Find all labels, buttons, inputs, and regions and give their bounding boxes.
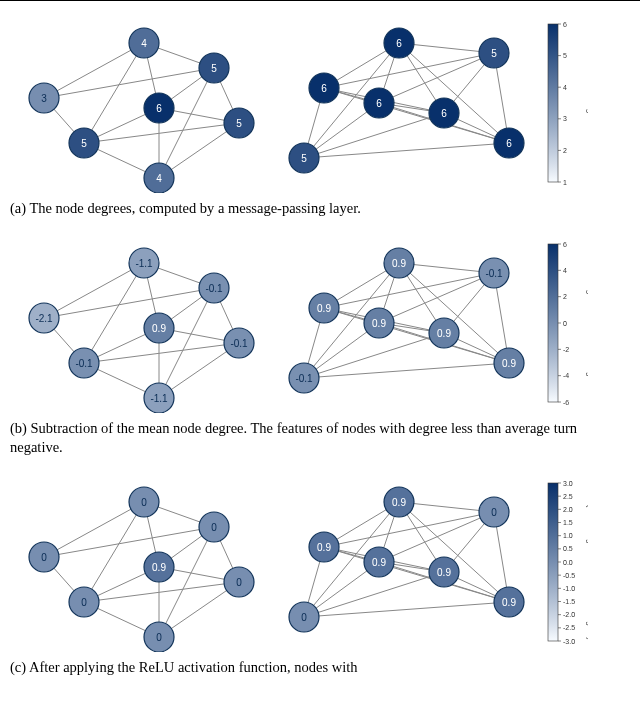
node-value-label: 0.9 xyxy=(317,541,331,552)
node-value-label: 0.9 xyxy=(437,327,451,338)
colorbar-tick-label: -1.0 xyxy=(563,585,575,592)
node-value-label: 0.9 xyxy=(502,596,516,607)
svg-line-84 xyxy=(44,527,214,557)
svg-line-68 xyxy=(324,308,509,363)
node-value-label: 0.9 xyxy=(392,257,406,268)
node-value-label: -0.1 xyxy=(295,372,313,383)
svg-line-41 xyxy=(44,263,144,318)
panel-a: 3455654 6566665 654321Node Degrees xyxy=(0,5,640,197)
graph-a-right: 6566665 xyxy=(274,13,544,193)
colorbar-tick-label: 3.0 xyxy=(563,479,573,486)
node-value-label: 0.9 xyxy=(152,561,166,572)
node-value-label: 0 xyxy=(301,611,307,622)
svg-line-31 xyxy=(304,113,444,158)
colorbar-bar xyxy=(548,24,558,182)
graph-c-left: 00000.900 xyxy=(4,472,274,652)
colorbar-tick-label: -2 xyxy=(563,345,569,352)
node-value-label: 6 xyxy=(396,38,402,49)
node-value-label: 0 xyxy=(81,596,87,607)
node-value-label: 5 xyxy=(491,48,497,59)
colorbar-tick-label: 2.5 xyxy=(563,492,573,499)
colorbar-tick-label: 0.0 xyxy=(563,558,573,565)
node-value-label: 0 xyxy=(236,576,242,587)
node-value-label: 6 xyxy=(506,138,512,149)
colorbar-tick-label: 1.5 xyxy=(563,519,573,526)
colorbar-axis-label: ReLU(Node Degrees - Mean Batch Degree) xyxy=(586,484,588,640)
colorbar-tick-label: -2.5 xyxy=(563,624,575,631)
node-value-label: -0.1 xyxy=(75,357,93,368)
svg-line-106 xyxy=(379,512,494,562)
graph-b-left: -2.1-1.1-0.1-0.10.9-0.1-1.1 xyxy=(4,233,274,413)
graph-c-right: 0.900.90.90.90.90 xyxy=(274,472,544,652)
graph-a-left: 3455654 xyxy=(4,13,274,193)
colorbar-tick-label: 6 xyxy=(563,21,567,28)
svg-line-0 xyxy=(44,43,144,98)
colorbar-tick-label: 0.5 xyxy=(563,545,573,552)
colorbar-tick-label: 4 xyxy=(563,84,567,91)
colorbar-tick-label: 6 xyxy=(563,240,567,247)
node-value-label: 0 xyxy=(156,631,162,642)
node-value-label: 0.9 xyxy=(372,556,386,567)
colorbar-c: 3.02.52.01.51.00.50.0-0.5-1.0-1.5-2.0-2.… xyxy=(544,477,588,647)
colorbar-tick-label: 2 xyxy=(563,147,567,154)
node-value-label: 6 xyxy=(156,103,162,114)
caption-a: (a) The node degrees, computed by a mess… xyxy=(0,197,640,225)
colorbar-tick-label: -0.5 xyxy=(563,571,575,578)
svg-line-114 xyxy=(304,572,444,617)
node-value-label: 5 xyxy=(211,63,217,74)
colorbar-tick-label: 0 xyxy=(563,319,567,326)
svg-line-111 xyxy=(304,602,509,617)
node-value-label: 0 xyxy=(491,506,497,517)
node-value-label: 6 xyxy=(441,108,447,119)
graph-b-right: 0.9-0.10.90.90.90.9-0.1 xyxy=(274,233,544,413)
colorbar-tick-label: 1 xyxy=(563,179,567,186)
svg-line-110 xyxy=(324,547,509,602)
divider-top xyxy=(0,0,640,1)
node-value-label: 3 xyxy=(41,93,47,104)
colorbar-tick-label: 2.0 xyxy=(563,506,573,513)
svg-line-69 xyxy=(304,363,509,378)
colorbar-tick-label: 2 xyxy=(563,293,567,300)
colorbar-tick-label: 4 xyxy=(563,266,567,273)
node-value-label: 0.9 xyxy=(317,302,331,313)
svg-line-27 xyxy=(324,88,509,143)
node-value-label: -0.1 xyxy=(205,282,223,293)
colorbar-bar xyxy=(548,244,558,402)
node-value-label: 4 xyxy=(156,173,162,184)
panel-b: -2.1-1.1-0.1-0.10.9-0.1-1.1 0.9-0.10.90.… xyxy=(0,225,640,417)
node-value-label: -0.1 xyxy=(485,267,503,278)
node-value-label: -0.1 xyxy=(230,337,248,348)
node-value-label: 6 xyxy=(321,83,327,94)
colorbar-tick-label: 1.0 xyxy=(563,532,573,539)
panel-c: 00000.900 0.900.90.90.90.90 3.02.52.01.5… xyxy=(0,464,640,656)
figure-container: 3455654 6566665 654321Node Degrees (a) T… xyxy=(0,0,640,683)
colorbar-tick-label: 5 xyxy=(563,52,567,59)
node-value-label: 5 xyxy=(236,118,242,129)
caption-c-partial: (c) After applying the ReLU activation f… xyxy=(0,656,640,684)
svg-line-91 xyxy=(159,527,214,637)
node-value-label: 4 xyxy=(141,38,147,49)
caption-b: (b) Subtraction of the mean node degree.… xyxy=(0,417,640,464)
colorbar-b: 6420-2-4-6Node Degrees - Mean Batch Degr… xyxy=(544,238,588,408)
colorbar-tick-label: -4 xyxy=(563,372,569,379)
node-value-label: 0.9 xyxy=(372,317,386,328)
colorbar-tick-label: 3 xyxy=(563,115,567,122)
svg-line-28 xyxy=(304,143,509,158)
colorbar-tick-label: -3.0 xyxy=(563,637,575,644)
node-value-label: 5 xyxy=(81,138,87,149)
colorbar-bar xyxy=(548,483,558,641)
svg-line-64 xyxy=(379,273,494,323)
svg-line-8 xyxy=(159,68,214,178)
colorbar-axis-label: Node Degrees xyxy=(586,77,588,129)
svg-line-51 xyxy=(84,343,239,363)
node-value-label: 0 xyxy=(41,551,47,562)
svg-line-10 xyxy=(84,123,239,143)
svg-line-46 xyxy=(84,263,144,363)
node-value-label: 5 xyxy=(301,153,307,164)
svg-line-83 xyxy=(44,502,144,557)
colorbar-tick-label: -2.0 xyxy=(563,611,575,618)
node-value-label: 0 xyxy=(141,496,147,507)
node-value-label: 0.9 xyxy=(152,322,166,333)
svg-line-23 xyxy=(379,53,494,103)
node-value-label: 0.9 xyxy=(392,496,406,507)
